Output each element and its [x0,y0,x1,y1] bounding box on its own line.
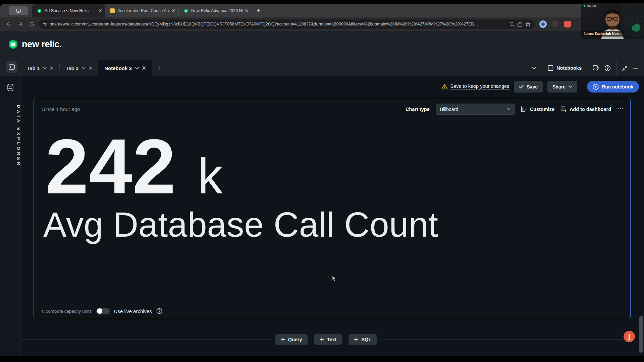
browser-tabstrip: Ad Service < New Relic Accelerated Root … [0,4,644,17]
back-icon [6,22,11,26]
chart-type-select[interactable]: Billboard [436,104,515,115]
feedback-icon[interactable] [593,65,599,71]
live-archives-toggle[interactable] [96,308,110,314]
customize-button[interactable]: Customize [521,106,554,112]
notebooks-button[interactable]: Notebooks [548,65,582,71]
add-to-dashboard-button[interactable]: Add to dashboard [560,106,611,112]
browser-tab-advance[interactable]: New Relic Advance 2026 NR [179,4,252,17]
add-cell-row: Query Text SQL [21,334,631,345]
tab-2[interactable]: Tab 2 [60,60,98,76]
new-relic-logo[interactable]: new relic. [7,39,62,50]
tab-1[interactable]: Tab 1 [21,60,59,76]
forward-button[interactable] [15,19,25,29]
reload-button[interactable] [27,19,36,29]
billboard-number: 242 [45,123,176,210]
add-sql-button[interactable]: SQL [348,334,377,345]
add-sql-label: SQL [361,337,371,342]
scrollbar-thumb[interactable] [639,316,643,353]
billboard-value: 242k [45,128,223,205]
customize-chart-icon [521,106,527,112]
webcam-overlay: new relic Jones Zachariah Noe... [581,3,644,39]
url-text[interactable]: one.newrelic.com/nr1-core/apm-features/d… [50,22,507,26]
browser-tab-accelerated[interactable]: Accelerated Root Cause Ana [105,4,178,17]
notebook-icon [548,65,553,71]
close-icon[interactable] [89,66,92,70]
webcam-brand-text: new relic [587,5,596,7]
new-relic-favicon [183,8,189,13]
tab-2-label: Tab 2 [66,65,78,71]
minimize-icon[interactable] [633,68,638,69]
save-button[interactable]: Save [514,81,543,93]
mouse-cursor [332,276,336,283]
new-tab-button[interactable]: + [252,7,265,15]
info-icon[interactable] [156,308,162,314]
add-tab-button[interactable]: + [152,60,167,76]
add-query-button[interactable]: Query [275,334,308,345]
notebook-cell[interactable]: Since 1 hour ago Chart type Billboard Cu… [34,98,631,319]
add-query-label: Query [288,337,302,342]
chevron-down-icon[interactable] [532,67,537,70]
extension-red-icon[interactable] [564,21,571,27]
browser-toolbar: one.newrelic.com/nr1-core/apm-features/d… [0,17,644,31]
assistant-badge[interactable]: j [624,331,635,342]
zoom-page-icon[interactable] [509,22,515,27]
data-explorer-label: DATA EXPLORER [0,105,21,167]
forward-icon [17,22,23,26]
help-icon[interactable] [604,65,611,71]
browser-tab-ad-service[interactable]: Ad Service < New Relic [32,4,105,17]
save-page-icon[interactable] [517,22,523,27]
billboard-unit: k [198,148,223,204]
back-button[interactable] [4,19,13,29]
close-tab-icon[interactable] [172,9,175,12]
tab-overview-button[interactable] [9,6,28,15]
console-button[interactable] [6,61,17,73]
new-relic-logo-icon [7,39,19,50]
chevron-down-icon[interactable] [43,67,47,69]
plus-icon [320,337,324,342]
time-range-label: Since 1 hour ago [42,106,80,112]
collapse-icon[interactable] [622,65,628,71]
browser-tab-title: New Relic Advance 2026 NR [191,8,243,13]
new-relic-app: new relic. Tab 1 Tab 2 Notebook 3 [0,31,644,356]
chevron-down-icon[interactable] [82,67,86,69]
tab-notebook-3-label: Notebook 3 [104,65,132,71]
warning-text: Save to keep your changes [450,83,509,90]
desktop-bottom-bar [0,356,644,362]
webcam-name-tag: Jones Zachariah Noe... [581,31,624,37]
extension-icon[interactable] [539,20,547,28]
close-icon[interactable] [142,66,146,70]
url-bar[interactable]: one.newrelic.com/nr1-core/apm-features/d… [38,19,535,29]
close-tab-icon[interactable] [245,9,249,12]
add-text-button[interactable]: Text [314,334,342,345]
unsaved-changes-warning[interactable]: Save to keep your changes [441,83,509,90]
add-to-dashboard-label: Add to dashboard [570,107,611,112]
data-explorer-rail[interactable]: DATA EXPLORER [0,76,21,356]
more-options-icon[interactable]: ··· [617,106,624,113]
close-icon[interactable] [50,66,53,70]
divider [542,61,542,75]
reload-icon [29,22,34,27]
chart-type-label: Chart type [406,107,430,112]
chevron-down-icon[interactable] [135,67,139,69]
check-icon [519,85,524,88]
notebook-content: DATA EXPLORER Save to keep your changes … [0,76,644,356]
divider [582,82,582,91]
close-tab-icon[interactable] [99,9,102,12]
play-circle-icon [593,84,599,90]
run-notebook-button[interactable]: Run notebook [587,81,639,93]
tab-overview-icon [16,9,21,13]
tabbar-right-controls: Notebooks [532,60,644,76]
database-icon[interactable] [0,83,21,92]
tab-notebook-3[interactable]: Notebook 3 [98,60,152,76]
warning-icon [441,84,448,89]
new-relic-favicon [37,8,42,13]
profile-icon[interactable] [552,21,559,27]
new-relic-wordmark: new relic. [22,39,62,50]
bookmark-star-icon[interactable] [525,22,531,27]
chart-type-value: Billboard [440,107,507,112]
share-button[interactable]: Share [547,81,577,93]
screen: Ad Service < New Relic Accelerated Root … [0,0,644,362]
billboard-label: Avg Database Call Count [43,205,438,245]
save-label: Save [527,84,538,89]
plus-icon [281,337,285,342]
